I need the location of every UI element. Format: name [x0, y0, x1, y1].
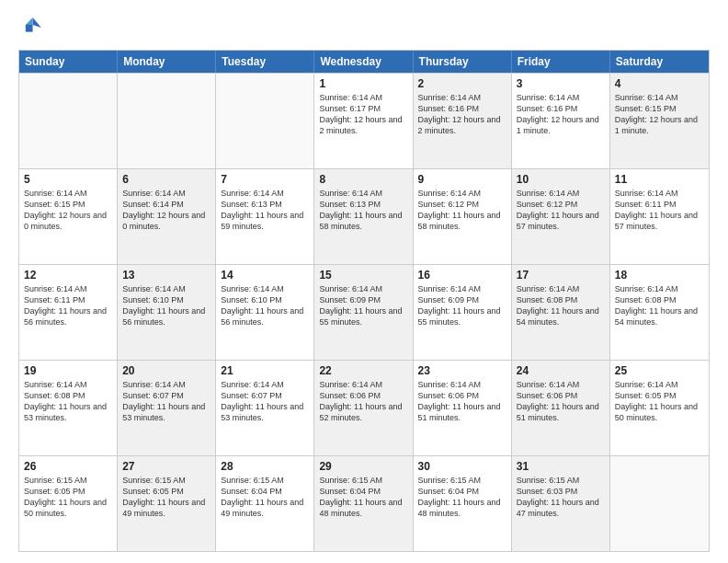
cell-info: Sunrise: 6:14 AM Sunset: 6:17 PM Dayligh…	[319, 92, 407, 137]
calendar-cell: 6Sunrise: 6:14 AM Sunset: 6:14 PM Daylig…	[118, 169, 216, 264]
calendar-cell: 20Sunrise: 6:14 AM Sunset: 6:07 PM Dayli…	[118, 361, 216, 455]
calendar-header-cell: Wednesday	[314, 51, 413, 73]
day-number: 27	[122, 460, 210, 473]
calendar-cell: 22Sunrise: 6:14 AM Sunset: 6:06 PM Dayli…	[314, 361, 413, 455]
page: SundayMondayTuesdayWednesdayThursdayFrid…	[0, 0, 728, 563]
calendar-cell: 18Sunrise: 6:14 AM Sunset: 6:08 PM Dayli…	[610, 265, 709, 360]
calendar-header-cell: Sunday	[19, 51, 118, 73]
day-number: 6	[122, 173, 210, 186]
day-number: 31	[517, 460, 605, 473]
calendar-cell: 13Sunrise: 6:14 AM Sunset: 6:10 PM Dayli…	[118, 265, 216, 360]
day-number: 23	[418, 364, 506, 377]
cell-info: Sunrise: 6:14 AM Sunset: 6:05 PM Dayligh…	[615, 379, 704, 424]
cell-info: Sunrise: 6:15 AM Sunset: 6:04 PM Dayligh…	[418, 475, 506, 520]
calendar-header-cell: Monday	[118, 51, 216, 73]
day-number: 25	[615, 364, 704, 377]
calendar-cell: 25Sunrise: 6:14 AM Sunset: 6:05 PM Dayli…	[610, 361, 709, 455]
day-number: 29	[319, 460, 407, 473]
day-number: 22	[319, 364, 407, 377]
calendar-week: 26Sunrise: 6:15 AM Sunset: 6:05 PM Dayli…	[19, 455, 709, 551]
day-number: 7	[221, 173, 309, 186]
cell-info: Sunrise: 6:14 AM Sunset: 6:08 PM Dayligh…	[24, 379, 112, 424]
day-number: 1	[319, 77, 407, 90]
day-number: 5	[24, 173, 112, 186]
cell-info: Sunrise: 6:15 AM Sunset: 6:04 PM Dayligh…	[221, 475, 309, 520]
calendar-body: 1Sunrise: 6:14 AM Sunset: 6:17 PM Daylig…	[19, 73, 709, 551]
calendar-cell	[19, 74, 118, 168]
cell-info: Sunrise: 6:15 AM Sunset: 6:03 PM Dayligh…	[517, 475, 605, 520]
cell-info: Sunrise: 6:14 AM Sunset: 6:16 PM Dayligh…	[418, 92, 506, 137]
calendar-cell: 1Sunrise: 6:14 AM Sunset: 6:17 PM Daylig…	[314, 74, 413, 168]
calendar-cell: 16Sunrise: 6:14 AM Sunset: 6:09 PM Dayli…	[414, 265, 512, 360]
cell-info: Sunrise: 6:14 AM Sunset: 6:12 PM Dayligh…	[418, 188, 506, 233]
cell-info: Sunrise: 6:15 AM Sunset: 6:04 PM Dayligh…	[319, 475, 407, 520]
calendar-cell: 17Sunrise: 6:14 AM Sunset: 6:08 PM Dayli…	[512, 265, 610, 360]
calendar-cell: 4Sunrise: 6:14 AM Sunset: 6:15 PM Daylig…	[610, 74, 709, 168]
cell-info: Sunrise: 6:14 AM Sunset: 6:09 PM Dayligh…	[418, 283, 506, 328]
day-number: 19	[24, 364, 112, 377]
calendar-cell: 31Sunrise: 6:15 AM Sunset: 6:03 PM Dayli…	[512, 456, 610, 551]
calendar-cell	[216, 74, 314, 168]
day-number: 30	[418, 460, 506, 473]
cell-info: Sunrise: 6:14 AM Sunset: 6:11 PM Dayligh…	[615, 188, 704, 233]
calendar-cell: 10Sunrise: 6:14 AM Sunset: 6:12 PM Dayli…	[512, 169, 610, 264]
calendar-cell: 3Sunrise: 6:14 AM Sunset: 6:16 PM Daylig…	[512, 74, 610, 168]
calendar-cell: 26Sunrise: 6:15 AM Sunset: 6:05 PM Dayli…	[19, 456, 118, 551]
day-number: 10	[517, 173, 605, 186]
svg-marker-2	[26, 25, 33, 32]
cell-info: Sunrise: 6:14 AM Sunset: 6:07 PM Dayligh…	[221, 379, 309, 424]
calendar-cell: 14Sunrise: 6:14 AM Sunset: 6:10 PM Dayli…	[216, 265, 314, 360]
calendar: SundayMondayTuesdayWednesdayThursdayFrid…	[18, 50, 710, 552]
calendar-cell	[118, 74, 216, 168]
calendar-header-cell: Tuesday	[216, 51, 314, 73]
cell-info: Sunrise: 6:14 AM Sunset: 6:13 PM Dayligh…	[319, 188, 407, 233]
calendar-header-cell: Friday	[512, 51, 610, 73]
day-number: 20	[122, 364, 210, 377]
day-number: 18	[615, 269, 704, 282]
calendar-cell: 24Sunrise: 6:14 AM Sunset: 6:06 PM Dayli…	[512, 361, 610, 455]
day-number: 3	[517, 77, 605, 90]
cell-info: Sunrise: 6:14 AM Sunset: 6:15 PM Dayligh…	[24, 188, 112, 233]
calendar-cell: 5Sunrise: 6:14 AM Sunset: 6:15 PM Daylig…	[19, 169, 118, 264]
calendar-cell: 7Sunrise: 6:14 AM Sunset: 6:13 PM Daylig…	[216, 169, 314, 264]
day-number: 9	[418, 173, 506, 186]
cell-info: Sunrise: 6:14 AM Sunset: 6:10 PM Dayligh…	[122, 283, 210, 328]
day-number: 21	[221, 364, 309, 377]
calendar-header-cell: Saturday	[610, 51, 709, 73]
calendar-header-cell: Thursday	[414, 51, 512, 73]
cell-info: Sunrise: 6:14 AM Sunset: 6:06 PM Dayligh…	[319, 379, 407, 424]
cell-info: Sunrise: 6:14 AM Sunset: 6:09 PM Dayligh…	[319, 283, 407, 328]
calendar-week: 1Sunrise: 6:14 AM Sunset: 6:17 PM Daylig…	[19, 73, 709, 168]
calendar-cell: 23Sunrise: 6:14 AM Sunset: 6:06 PM Dayli…	[414, 361, 512, 455]
logo-icon	[18, 15, 44, 40]
calendar-week: 12Sunrise: 6:14 AM Sunset: 6:11 PM Dayli…	[19, 264, 709, 360]
day-number: 24	[517, 364, 605, 377]
day-number: 13	[122, 269, 210, 282]
header	[18, 15, 710, 40]
svg-marker-0	[33, 17, 41, 28]
calendar-cell: 15Sunrise: 6:14 AM Sunset: 6:09 PM Dayli…	[314, 265, 413, 360]
cell-info: Sunrise: 6:14 AM Sunset: 6:06 PM Dayligh…	[418, 379, 506, 424]
calendar-cell: 28Sunrise: 6:15 AM Sunset: 6:04 PM Dayli…	[216, 456, 314, 551]
calendar-cell: 11Sunrise: 6:14 AM Sunset: 6:11 PM Dayli…	[610, 169, 709, 264]
calendar-cell	[610, 456, 709, 551]
cell-info: Sunrise: 6:14 AM Sunset: 6:16 PM Dayligh…	[517, 92, 605, 137]
day-number: 15	[319, 269, 407, 282]
day-number: 2	[418, 77, 506, 90]
calendar-cell: 30Sunrise: 6:15 AM Sunset: 6:04 PM Dayli…	[414, 456, 512, 551]
cell-info: Sunrise: 6:14 AM Sunset: 6:12 PM Dayligh…	[517, 188, 605, 233]
day-number: 14	[221, 269, 309, 282]
calendar-week: 19Sunrise: 6:14 AM Sunset: 6:08 PM Dayli…	[19, 360, 709, 455]
calendar-cell: 19Sunrise: 6:14 AM Sunset: 6:08 PM Dayli…	[19, 361, 118, 455]
cell-info: Sunrise: 6:14 AM Sunset: 6:08 PM Dayligh…	[517, 283, 605, 328]
cell-info: Sunrise: 6:14 AM Sunset: 6:08 PM Dayligh…	[615, 283, 704, 328]
day-number: 8	[319, 173, 407, 186]
day-number: 17	[517, 269, 605, 282]
calendar-cell: 9Sunrise: 6:14 AM Sunset: 6:12 PM Daylig…	[414, 169, 512, 264]
cell-info: Sunrise: 6:14 AM Sunset: 6:13 PM Dayligh…	[221, 188, 309, 233]
logo	[18, 15, 48, 40]
day-number: 26	[24, 460, 112, 473]
cell-info: Sunrise: 6:14 AM Sunset: 6:14 PM Dayligh…	[122, 188, 210, 233]
day-number: 28	[221, 460, 309, 473]
cell-info: Sunrise: 6:15 AM Sunset: 6:05 PM Dayligh…	[122, 475, 210, 520]
